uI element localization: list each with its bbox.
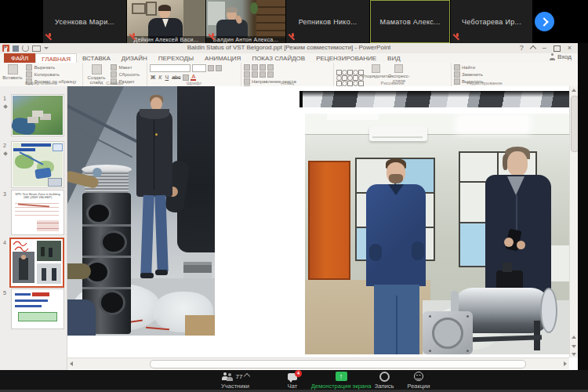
font-size-box[interactable] (192, 64, 206, 72)
previous-slide-arrow[interactable] (572, 336, 576, 339)
align-right-icon[interactable] (260, 71, 266, 78)
tab-view[interactable]: ВИД (382, 53, 406, 63)
map-title-bar (21, 143, 51, 147)
slide-thumbnail-5[interactable] (11, 289, 64, 329)
scroll-up-arrow[interactable] (572, 89, 576, 92)
minimize-button[interactable]: – (543, 44, 546, 53)
layout-button[interactable]: Макет (111, 64, 140, 71)
italic-button[interactable]: К (158, 74, 162, 80)
close-button[interactable]: × (568, 44, 572, 53)
vertical-scroll-thumb[interactable] (571, 96, 578, 152)
clamp-ring (82, 287, 131, 289)
tab-transitions[interactable]: ПЕРЕХОДЫ (153, 53, 199, 63)
group-label: Редактирование (452, 81, 517, 85)
map-legend-box (53, 143, 63, 151)
arrange-button[interactable]: Упорядочить (366, 64, 385, 78)
next-slide-arrow[interactable] (572, 345, 576, 348)
indent-decrease-icon[interactable] (260, 64, 266, 71)
underline-button[interactable]: Ч (164, 74, 169, 80)
record-label: Запись (368, 383, 400, 390)
slide-photo-chamber-stack[interactable] (67, 86, 215, 336)
numbering-icon[interactable] (252, 64, 258, 71)
character-spacing-icon[interactable] (183, 74, 189, 81)
help-button[interactable]: ? (520, 44, 524, 53)
window-title: Baldin Status of VST Belgorod.ppt [Режим… (0, 44, 578, 51)
slide-thumbnail-2[interactable] (11, 141, 64, 188)
align-center-icon[interactable] (252, 71, 258, 78)
next-participants-button[interactable] (535, 12, 554, 31)
slide-thumbnail-panel[interactable]: 1 2 (0, 86, 67, 370)
text-line-blue (15, 293, 31, 296)
slide-thumbnail-4-selected[interactable] (9, 238, 64, 288)
tab-file[interactable]: ФАЙЛ (4, 53, 35, 63)
ac-vent (372, 136, 423, 138)
participant-tile-baldin[interactable]: Балдин Антон Алекса... (206, 0, 285, 43)
reactions-label: Реакции (401, 383, 437, 390)
group-label: Слайды (83, 81, 147, 85)
line-spacing-icon[interactable] (267, 71, 274, 78)
bullets-icon[interactable] (244, 64, 250, 71)
slide-thumbnail-1[interactable] (11, 94, 64, 136)
muted-mic-icon (130, 33, 137, 40)
horizontal-scrollbar[interactable] (67, 358, 569, 369)
strikethrough-button[interactable]: abc (171, 74, 181, 80)
scroll-left-arrow[interactable] (70, 361, 73, 366)
chamber-port (100, 230, 127, 254)
tab-home[interactable]: ГЛАВНАЯ (35, 53, 77, 63)
powerpoint-title-bar[interactable]: P Baldin Status of VST Belgorod.ppt [Реж… (0, 43, 578, 53)
figures (41, 247, 45, 256)
copy-button[interactable]: Копировать (26, 71, 76, 78)
font-name-box[interactable] (150, 64, 191, 72)
text-highlight-red (32, 292, 49, 296)
muted-mic-icon (454, 33, 461, 40)
paste-button[interactable]: Вставить (2, 64, 23, 80)
chat-button[interactable]: 4 Чат (277, 372, 308, 390)
sign-in-button[interactable]: Вход (550, 53, 572, 60)
participants-menu-caret[interactable] (244, 373, 250, 379)
participants-button[interactable]: 77 Участники (209, 372, 262, 390)
cut-button[interactable]: Вырезать (26, 64, 76, 71)
reactions-button[interactable]: Реакции (401, 372, 437, 390)
jacket-zipper (154, 119, 154, 190)
reset-button[interactable]: Сбросить (111, 71, 140, 78)
participant-tile-chebotareva[interactable]: Чеботарева Ир... (451, 0, 532, 43)
tab-insert[interactable]: ВСТАВКА (77, 53, 116, 63)
slide-thumbnail-3[interactable]: SPD Test Beam Zone in building 1B8 (JINR… (11, 190, 64, 235)
scroll-down-arrow[interactable] (572, 353, 576, 356)
scroll-right-arrow[interactable] (564, 361, 567, 366)
participant-tile-mamatov-active-speaker[interactable]: Маматов Алекс... (370, 0, 450, 43)
replace-button[interactable]: Заменить (454, 71, 484, 78)
transition-star-icon (3, 151, 8, 156)
tab-slideshow[interactable]: ПОКАЗ СЛАЙДОВ (246, 53, 310, 63)
indent-increase-icon[interactable] (267, 64, 274, 71)
horizontal-scroll-thumb[interactable] (150, 360, 526, 368)
grow-font-icon[interactable] (208, 65, 214, 71)
slide-photo-two-men-lab[interactable] (305, 114, 570, 354)
slide-photo-metal-equipment-strip[interactable] (299, 91, 570, 107)
tab-design[interactable]: ДИЗАЙН (116, 53, 153, 63)
share-screen-button[interactable]: ↑ Демонстрация экрана (307, 372, 375, 390)
slide-canvas (67, 86, 578, 370)
participant-tile-deykin[interactable]: Дейкин Алексей Васи... (127, 0, 205, 43)
share-screen-label: Демонстрация экрана (307, 383, 375, 390)
font-color-button[interactable]: А (191, 74, 196, 81)
bold-button[interactable]: Ж (150, 74, 156, 80)
plant (250, 2, 258, 14)
figure-head (21, 255, 26, 260)
participant-tile-usenkova[interactable]: Усенкова Мари... (43, 0, 126, 43)
figures (42, 268, 46, 281)
shrink-font-icon[interactable] (216, 65, 222, 71)
tab-review[interactable]: РЕЦЕНЗИРОВАНИЕ (310, 53, 382, 63)
participant-name: Дейкин Алексей Васи... (127, 36, 205, 43)
align-left-icon[interactable] (244, 71, 250, 78)
participant-tile-repnikov[interactable]: Репников Нико... (286, 0, 369, 43)
man1-hand-pocket (369, 244, 382, 261)
ribbon-display-options-icon[interactable] (529, 45, 535, 51)
restore-button[interactable] (554, 45, 561, 52)
find-button[interactable]: Найти (454, 64, 484, 71)
ribbon-home: Вставить Вырезать Копировать Формат по о… (0, 63, 578, 87)
record-button[interactable]: Запись (368, 372, 400, 390)
vertical-scrollbar[interactable] (569, 86, 578, 358)
window-controls[interactable]: ? – × (520, 44, 572, 53)
tab-animations[interactable]: АНИМАЦИЯ (199, 53, 246, 63)
